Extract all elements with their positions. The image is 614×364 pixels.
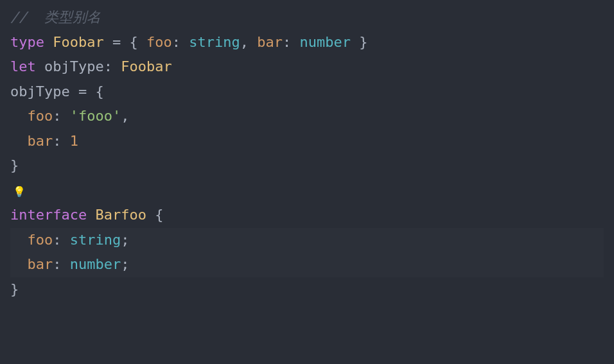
brace-close: } (10, 157, 19, 173)
type-name: Barfoo (95, 207, 146, 223)
colon: : (53, 133, 61, 149)
space (87, 207, 95, 223)
comma: , (121, 108, 129, 124)
property-name: foo (28, 108, 53, 124)
equals-operator: = (112, 34, 121, 50)
space (70, 83, 78, 100)
semicolon: ; (121, 256, 129, 272)
code-line[interactable]: type Foobar = { foo: string, bar: number… (10, 30, 604, 55)
colon: : (172, 34, 180, 50)
space (104, 34, 112, 50)
brace-close: } (351, 34, 368, 50)
colon: : (53, 256, 61, 272)
type-name: F (53, 34, 61, 50)
space (121, 34, 129, 50)
code-editor[interactable]: // 类型别名 type Foobar = { foo: string, bar… (10, 5, 604, 302)
comment-text: // (10, 9, 44, 25)
colon: : (104, 58, 112, 74)
code-line[interactable]: interface Barfoo { (10, 203, 604, 228)
space (249, 34, 257, 50)
space (180, 34, 189, 50)
builtin-type: string (189, 34, 240, 50)
variable-name: objType (10, 83, 70, 100)
builtin-type: number (299, 34, 350, 50)
brace-close: } (10, 281, 19, 297)
space (44, 34, 53, 50)
code-line[interactable]: objType = { (10, 80, 604, 105)
code-line[interactable]: // 类型别名 (10, 5, 604, 30)
indent (10, 232, 28, 248)
space (62, 232, 70, 248)
code-line[interactable]: } (10, 153, 604, 178)
builtin-type: string (70, 232, 121, 248)
builtin-type: number (70, 256, 121, 272)
equals-operator: = (78, 83, 87, 100)
space (62, 133, 70, 149)
keyword-interface: interface (10, 207, 87, 223)
property-name: bar (28, 133, 53, 149)
code-line[interactable]: foo: 'fooo', (10, 104, 604, 129)
indent (10, 256, 28, 272)
variable-name: objType (44, 58, 104, 74)
code-line[interactable]: foo: string; (10, 228, 604, 253)
lightbulb-icon[interactable]: 💡 (13, 186, 26, 198)
space (112, 58, 121, 74)
colon: : (53, 108, 61, 124)
property-name: bar (28, 256, 53, 272)
type-reference: Foobar (121, 58, 171, 74)
string-literal: 'fooo' (70, 108, 121, 124)
space (36, 58, 44, 74)
code-line[interactable]: let objType: Foobar (10, 55, 604, 80)
space (291, 34, 299, 50)
colon: : (53, 232, 61, 248)
colon: : (283, 34, 291, 50)
space (146, 207, 155, 223)
space (87, 83, 95, 100)
keyword-let: let (10, 58, 36, 74)
comment-text: 类型别名 (44, 9, 101, 25)
comma: , (240, 34, 249, 50)
brace-open: { (95, 83, 103, 100)
type-name: oobar (61, 34, 103, 50)
indent (10, 108, 28, 124)
code-line[interactable]: bar: number; (10, 252, 604, 277)
space (62, 256, 70, 272)
brace-open: { (129, 34, 146, 50)
property-name: bar (257, 34, 283, 50)
semicolon: ; (121, 232, 129, 248)
number-literal: 1 (70, 133, 78, 149)
space (62, 108, 70, 124)
code-line[interactable]: } (10, 277, 604, 302)
indent (10, 133, 28, 149)
code-line[interactable]: 💡 (10, 178, 604, 204)
brace-open: { (155, 207, 163, 223)
property-name: foo (28, 232, 53, 248)
code-line[interactable]: bar: 1 (10, 129, 604, 154)
keyword-type: type (10, 34, 44, 50)
property-name: foo (146, 34, 172, 50)
